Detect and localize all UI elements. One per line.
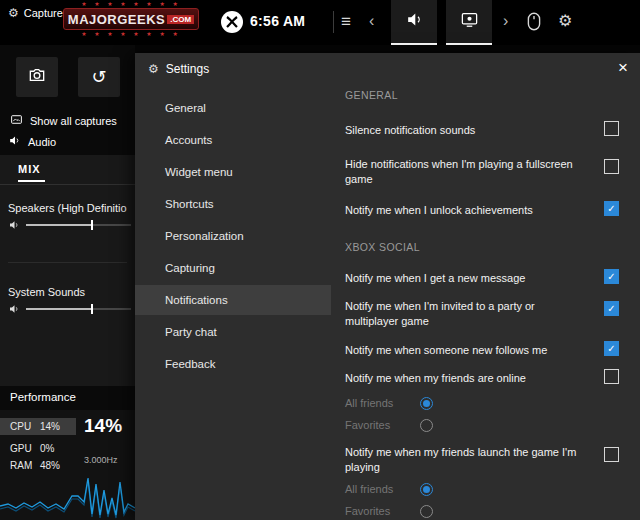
nav-item-general[interactable]: General (135, 93, 331, 123)
cpu-value: 14% (40, 421, 60, 432)
checkbox-friends-online[interactable] (604, 369, 619, 384)
speaker-icon (405, 10, 424, 33)
cpu-stat-row[interactable]: CPU 14% (0, 418, 76, 435)
gpu-value: 0% (40, 443, 54, 454)
watermark-domain: .COM (167, 15, 194, 24)
capture-monitor-icon (460, 10, 479, 33)
section-header-general: GENERAL (345, 89, 398, 101)
radio-label-launch-all: All friends (345, 483, 393, 495)
setting-label-new-message: Notify me when I get a new message (345, 271, 590, 286)
left-widgets-column: ↺ Show all captures Audio MIX (0, 45, 135, 520)
record-last-button[interactable]: ↺ (78, 57, 120, 97)
widget-menu-icon[interactable]: ≡ (341, 13, 351, 30)
nav-item-notifications[interactable]: Notifications (135, 285, 331, 315)
topbar-settings-gear-icon[interactable]: ⚙ (558, 13, 572, 29)
gear-icon: ⚙ (8, 7, 19, 19)
radio-label-friends-online-all: All friends (345, 397, 393, 409)
checkbox-silence-sounds[interactable] (604, 121, 619, 136)
radio-launch-all[interactable] (420, 483, 433, 496)
checkbox-new-follower[interactable]: ✓ (604, 341, 619, 356)
setting-label-new-follower: Notify me when someone new follows me (345, 343, 590, 358)
setting-label-party-invite: Notify me when I'm invited to a party or… (345, 299, 590, 329)
settings-panel: ⚙ Settings × General Accounts Widget men… (135, 53, 640, 520)
speaker-icon (8, 301, 20, 319)
game-bar-screen: ⚙ Capture 6:56 AM ≡ ‹ (0, 0, 640, 520)
checkbox-party-invite[interactable]: ✓ (604, 301, 619, 316)
gear-icon: ⚙ (148, 63, 159, 75)
mouse-icon[interactable] (527, 12, 541, 34)
check-icon: ✓ (607, 272, 615, 282)
settings-nav: General Accounts Widget menu Shortcuts P… (135, 93, 331, 513)
chevron-left-icon[interactable]: ‹ (369, 13, 374, 29)
tab-divider (0, 184, 135, 185)
settings-content: GENERAL Silence notification sounds Hide… (345, 53, 640, 520)
radio-launch-favorites[interactable] (420, 505, 433, 518)
take-screenshot-button[interactable] (16, 57, 58, 97)
audio-widget-toggle-button[interactable] (391, 0, 437, 45)
chevron-right-icon[interactable]: › (503, 13, 508, 29)
performance-chart (0, 468, 135, 520)
setting-label-achievements: Notify me when I unlock achievements (345, 203, 590, 218)
radio-friends-online-favorites[interactable] (420, 419, 433, 432)
section-header-xbox-social: XBOX SOCIAL (345, 241, 420, 253)
show-all-captures-button[interactable]: Show all captures (10, 113, 117, 128)
nav-item-personalization[interactable]: Personalization (135, 221, 331, 251)
performance-widget-title: Performance (10, 391, 76, 403)
show-all-captures-label: Show all captures (30, 115, 117, 127)
watermark-ribbon: MAJORGEEKS.COM (63, 8, 199, 30)
cpu-frequency: 3.000Hz (84, 455, 118, 465)
performance-widget: CPU 14% 14% GPU 0% RAM 48% 3.000Hz (0, 410, 135, 520)
nav-item-shortcuts[interactable]: Shortcuts (135, 189, 331, 219)
setting-label-friends-launch-game: Notify me when my friends launch the gam… (345, 445, 590, 475)
nav-item-party-chat[interactable]: Party chat (135, 317, 331, 347)
channel-divider (8, 262, 127, 263)
volume-slider-thumb[interactable] (91, 220, 93, 230)
speaker-icon (8, 134, 21, 149)
nav-item-widget-menu[interactable]: Widget menu (135, 157, 331, 187)
nav-item-capturing[interactable]: Capturing (135, 253, 331, 283)
volume-slider-system-sounds[interactable] (26, 308, 131, 310)
checkbox-achievements[interactable]: ✓ (604, 201, 619, 216)
checkbox-new-message[interactable]: ✓ (604, 269, 619, 284)
setting-label-friends-online: Notify me when my friends are online (345, 371, 590, 386)
check-icon: ✓ (607, 204, 615, 214)
settings-title-label: Settings (166, 62, 209, 76)
topbar-divider (333, 11, 334, 33)
watermark-title: MAJORGEEKS (68, 12, 165, 27)
speaker-icon (8, 217, 20, 235)
cpu-label: CPU (10, 421, 40, 432)
audio-channel-name: System Sounds (8, 286, 135, 298)
audio-widget-header: Audio (8, 134, 56, 149)
radio-label-friends-online-favorites: Favorites (345, 419, 390, 431)
volume-slider-fill (26, 224, 91, 226)
watermark-stars-top: ★ ★ ★ ★ ★ ★ ★ ★ (52, 0, 210, 8)
tab-mix[interactable]: MIX (18, 163, 41, 175)
audio-widget: MIX Speakers (High Definitio System Soun… (0, 155, 135, 386)
check-icon: ✓ (607, 304, 615, 314)
volume-slider-speakers[interactable] (26, 224, 131, 226)
nav-item-feedback[interactable]: Feedback (135, 349, 331, 379)
nav-item-accounts[interactable]: Accounts (135, 125, 331, 155)
gallery-icon (10, 113, 23, 128)
checkbox-hide-fullscreen[interactable] (604, 159, 619, 174)
setting-label-silence-sounds: Silence notification sounds (345, 123, 590, 138)
xbox-logo-icon[interactable] (221, 11, 243, 33)
volume-slider-thumb[interactable] (91, 304, 93, 314)
majorgeeks-watermark: ★ ★ ★ ★ ★ ★ ★ ★ MAJORGEEKS.COM ★ ★ ★ ★ ★… (52, 0, 210, 47)
watermark-stars-bottom: ★ ★ ★ ★ ★ ★ ★ ★ (52, 30, 210, 38)
clock: 6:56 AM (250, 13, 305, 29)
camera-icon (27, 65, 47, 89)
settings-panel-title: ⚙ Settings (148, 62, 209, 76)
gpu-stat-row[interactable]: GPU 0% (0, 440, 76, 457)
capture-widget-toggle-button[interactable] (446, 0, 492, 45)
audio-widget-title: Audio (28, 136, 56, 148)
checkbox-friends-launch-game[interactable] (604, 447, 619, 462)
tab-mix-underline (18, 180, 45, 182)
radio-friends-online-all[interactable] (420, 397, 433, 410)
gpu-label: GPU (10, 443, 40, 454)
check-icon: ✓ (607, 344, 615, 354)
record-last-icon: ↺ (91, 68, 106, 86)
audio-channel-name: Speakers (High Definitio (8, 202, 135, 214)
setting-label-hide-fullscreen: Hide notifications when I'm playing a fu… (345, 157, 590, 187)
radio-label-launch-favorites: Favorites (345, 505, 390, 517)
